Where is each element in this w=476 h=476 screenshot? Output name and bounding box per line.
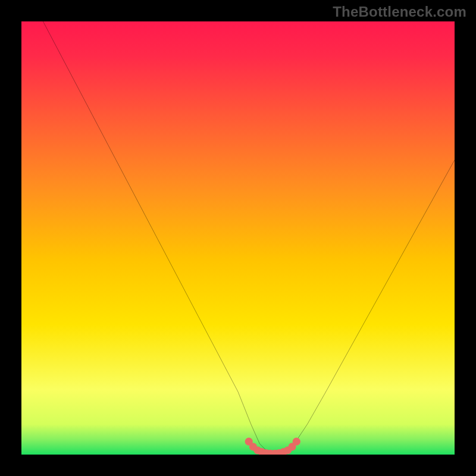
svg-point-11 xyxy=(293,438,300,446)
bottleneck-chart xyxy=(21,21,455,455)
chart-frame: TheBottleneck.com xyxy=(0,0,476,476)
watermark-text: TheBottleneck.com xyxy=(333,4,466,20)
gradient-background xyxy=(21,21,455,455)
